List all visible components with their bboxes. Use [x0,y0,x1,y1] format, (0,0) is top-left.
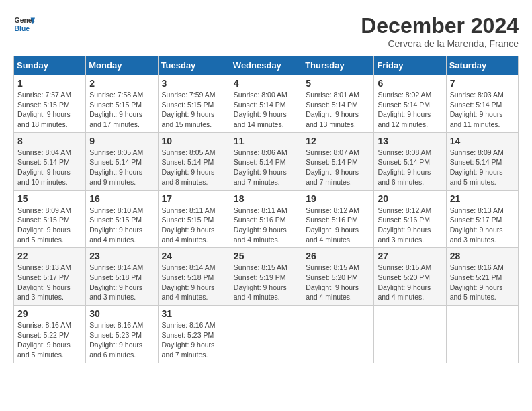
calendar-cell [230,306,302,363]
day-info: Sunrise: 8:02 AMSunset: 5:14 PMDaylight:… [378,90,442,130]
calendar-cell: 8Sunrise: 8:04 AMSunset: 5:14 PMDaylight… [14,132,86,190]
day-info: Sunrise: 8:12 AMSunset: 5:16 PMDaylight:… [378,205,442,245]
day-info: Sunrise: 8:16 AMSunset: 5:22 PMDaylight:… [17,320,82,360]
calendar-cell: 12Sunrise: 8:07 AMSunset: 5:14 PMDayligh… [302,132,374,190]
page-header: General Blue December 2024 Cervera de la… [13,13,519,49]
day-info: Sunrise: 8:09 AMSunset: 5:15 PMDaylight:… [17,205,82,245]
calendar-week-row: 1Sunrise: 7:57 AMSunset: 5:15 PMDaylight… [14,75,519,133]
day-number: 18 [234,193,298,204]
day-number: 17 [162,193,226,204]
title-area: December 2024 Cervera de la Marenda, Fra… [361,13,519,49]
calendar-cell: 7Sunrise: 8:03 AMSunset: 5:14 PMDaylight… [446,75,518,133]
calendar-cell [446,306,518,363]
day-number: 13 [378,136,442,146]
day-number: 7 [450,78,515,89]
day-number: 23 [89,250,154,261]
day-info: Sunrise: 8:09 AMSunset: 5:14 PMDaylight:… [450,148,515,187]
day-number: 9 [89,136,154,146]
calendar-cell: 9Sunrise: 8:05 AMSunset: 5:14 PMDaylight… [86,132,158,190]
day-info: Sunrise: 8:04 AMSunset: 5:14 PMDaylight:… [17,148,82,187]
day-info: Sunrise: 8:12 AMSunset: 5:16 PMDaylight:… [306,205,370,245]
day-info: Sunrise: 7:58 AMSunset: 5:15 PMDaylight:… [89,90,154,130]
day-number: 15 [17,193,82,204]
calendar-cell: 13Sunrise: 8:08 AMSunset: 5:14 PMDayligh… [374,132,446,190]
day-number: 5 [306,78,370,89]
day-info: Sunrise: 8:14 AMSunset: 5:18 PMDaylight:… [162,263,226,302]
day-info: Sunrise: 8:08 AMSunset: 5:14 PMDaylight:… [378,148,442,187]
day-info: Sunrise: 8:16 AMSunset: 5:23 PMDaylight:… [162,320,226,360]
weekday-header-sunday: Sunday [14,56,86,75]
svg-text:Blue: Blue [15,25,30,32]
day-number: 10 [162,136,226,146]
calendar-cell: 21Sunrise: 8:13 AMSunset: 5:17 PMDayligh… [446,190,518,248]
day-number: 21 [450,193,515,204]
calendar-cell: 28Sunrise: 8:16 AMSunset: 5:21 PMDayligh… [446,248,518,306]
weekday-header-row: SundayMondayTuesdayWednesdayThursdayFrid… [14,56,519,75]
day-info: Sunrise: 8:00 AMSunset: 5:14 PMDaylight:… [234,90,298,130]
day-number: 27 [378,250,442,261]
day-info: Sunrise: 8:13 AMSunset: 5:17 PMDaylight:… [450,205,515,245]
calendar-cell: 16Sunrise: 8:10 AMSunset: 5:15 PMDayligh… [86,190,158,248]
day-number: 19 [306,193,370,204]
calendar-cell: 23Sunrise: 8:14 AMSunset: 5:18 PMDayligh… [86,248,158,306]
calendar-cell: 26Sunrise: 8:15 AMSunset: 5:20 PMDayligh… [302,248,374,306]
day-number: 2 [89,78,154,89]
day-number: 16 [89,193,154,204]
day-number: 8 [17,136,82,146]
day-number: 24 [162,250,226,261]
calendar-cell: 22Sunrise: 8:13 AMSunset: 5:17 PMDayligh… [14,248,86,306]
day-number: 11 [234,136,298,146]
calendar-cell: 17Sunrise: 8:11 AMSunset: 5:15 PMDayligh… [158,190,230,248]
weekday-header-wednesday: Wednesday [230,56,302,75]
day-number: 1 [17,78,82,89]
calendar-cell: 1Sunrise: 7:57 AMSunset: 5:15 PMDaylight… [14,75,86,133]
day-info: Sunrise: 8:16 AMSunset: 5:21 PMDaylight:… [450,263,515,302]
calendar-cell: 31Sunrise: 8:16 AMSunset: 5:23 PMDayligh… [158,306,230,363]
day-number: 28 [450,250,515,261]
calendar-cell: 5Sunrise: 8:01 AMSunset: 5:14 PMDaylight… [302,75,374,133]
calendar-cell: 3Sunrise: 7:59 AMSunset: 5:15 PMDaylight… [158,75,230,133]
weekday-header-saturday: Saturday [446,56,518,75]
day-info: Sunrise: 8:11 AMSunset: 5:15 PMDaylight:… [162,205,226,245]
calendar-cell: 20Sunrise: 8:12 AMSunset: 5:16 PMDayligh… [374,190,446,248]
day-number: 31 [162,308,226,319]
location-subtitle: Cervera de la Marenda, France [361,38,519,49]
day-info: Sunrise: 8:15 AMSunset: 5:20 PMDaylight:… [378,263,442,302]
day-info: Sunrise: 8:13 AMSunset: 5:17 PMDaylight:… [17,263,82,302]
calendar-cell: 19Sunrise: 8:12 AMSunset: 5:16 PMDayligh… [302,190,374,248]
day-info: Sunrise: 8:06 AMSunset: 5:14 PMDaylight:… [234,148,298,187]
day-number: 29 [17,308,82,319]
day-info: Sunrise: 8:05 AMSunset: 5:14 PMDaylight:… [89,148,154,187]
day-number: 20 [378,193,442,204]
weekday-header-monday: Monday [86,56,158,75]
calendar-cell: 30Sunrise: 8:16 AMSunset: 5:23 PMDayligh… [86,306,158,363]
calendar-cell: 29Sunrise: 8:16 AMSunset: 5:22 PMDayligh… [14,306,86,363]
calendar-cell: 27Sunrise: 8:15 AMSunset: 5:20 PMDayligh… [374,248,446,306]
day-info: Sunrise: 8:15 AMSunset: 5:19 PMDaylight:… [234,263,298,302]
day-number: 14 [450,136,515,146]
calendar-week-row: 8Sunrise: 8:04 AMSunset: 5:14 PMDaylight… [14,132,519,190]
logo-icon: General Blue [13,13,35,35]
calendar-cell: 4Sunrise: 8:00 AMSunset: 5:14 PMDaylight… [230,75,302,133]
day-info: Sunrise: 7:57 AMSunset: 5:15 PMDaylight:… [17,90,82,130]
weekday-header-friday: Friday [374,56,446,75]
calendar-cell: 24Sunrise: 8:14 AMSunset: 5:18 PMDayligh… [158,248,230,306]
calendar-cell: 11Sunrise: 8:06 AMSunset: 5:14 PMDayligh… [230,132,302,190]
calendar-week-row: 22Sunrise: 8:13 AMSunset: 5:17 PMDayligh… [14,248,519,306]
logo: General Blue [13,13,35,35]
calendar-cell [374,306,446,363]
calendar-table: SundayMondayTuesdayWednesdayThursdayFrid… [13,56,519,363]
calendar-cell [302,306,374,363]
day-info: Sunrise: 8:10 AMSunset: 5:15 PMDaylight:… [89,205,154,245]
weekday-header-tuesday: Tuesday [158,56,230,75]
calendar-cell: 6Sunrise: 8:02 AMSunset: 5:14 PMDaylight… [374,75,446,133]
calendar-cell: 18Sunrise: 8:11 AMSunset: 5:16 PMDayligh… [230,190,302,248]
day-number: 12 [306,136,370,146]
day-number: 6 [378,78,442,89]
day-number: 4 [234,78,298,89]
day-info: Sunrise: 8:01 AMSunset: 5:14 PMDaylight:… [306,90,370,130]
day-info: Sunrise: 8:11 AMSunset: 5:16 PMDaylight:… [234,205,298,245]
day-info: Sunrise: 7:59 AMSunset: 5:15 PMDaylight:… [162,90,226,130]
calendar-cell: 15Sunrise: 8:09 AMSunset: 5:15 PMDayligh… [14,190,86,248]
day-info: Sunrise: 8:03 AMSunset: 5:14 PMDaylight:… [450,90,515,130]
